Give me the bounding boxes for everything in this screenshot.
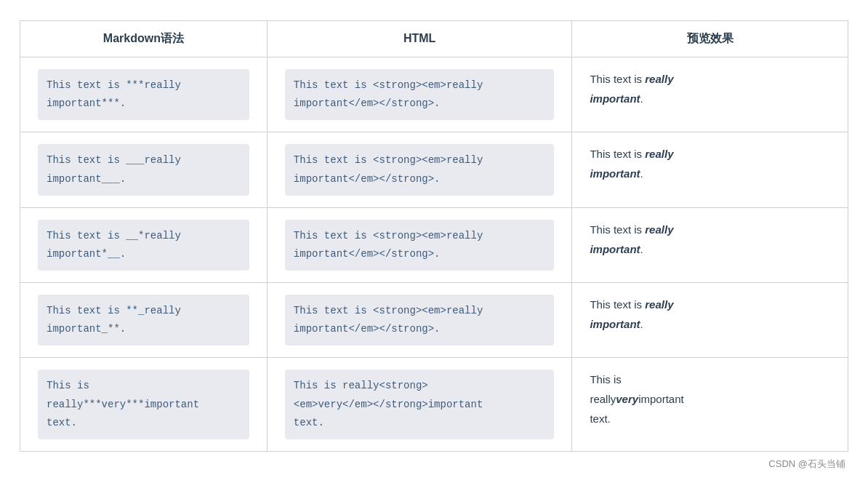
preview-content: This text is reallyimportant. [590,220,830,259]
preview-cell: This text is reallyimportant. [572,207,848,282]
html-code: This text is <strong><em>reallyimportant… [285,220,555,271]
table-row: This isreally***very***importanttext. Th… [20,358,848,452]
preview-content: This text is reallyimportant. [590,144,830,183]
preview-content: This text is reallyimportant. [590,295,830,334]
html-cell: This is really<strong><em>very</em></str… [267,358,572,452]
markdown-code: This text is ***reallyimportant***. [38,69,249,120]
html-cell: This text is <strong><em>reallyimportant… [267,283,572,358]
table-row: This text is __*reallyimportant*__. This… [20,207,848,282]
table-row: This text is ***reallyimportant***. This… [20,57,848,132]
markdown-cell: This text is __*reallyimportant*__. [20,207,268,282]
html-code: This text is <strong><em>reallyimportant… [285,144,555,195]
html-cell: This text is <strong><em>reallyimportant… [267,132,572,207]
col-header-preview: 预览效果 [572,20,848,57]
preview-content: This isreallyveryimportanttext. [590,370,830,428]
markdown-cell: This text is **_reallyimportant_**. [20,283,268,358]
markdown-cell: This text is ***reallyimportant***. [20,57,268,132]
preview-cell: This text is reallyimportant. [572,57,848,132]
html-cell: This text is <strong><em>reallyimportant… [267,57,572,132]
preview-content: This text is reallyimportant. [590,69,830,108]
preview-cell: This text is reallyimportant. [572,283,848,358]
html-cell: This text is <strong><em>reallyimportant… [267,207,572,282]
html-code: This is really<strong><em>very</em></str… [285,370,555,439]
markdown-code: This text is __*reallyimportant*__. [38,220,249,271]
table-row: This text is **_reallyimportant_**. This… [20,283,848,358]
markdown-cell: This isreally***very***importanttext. [20,358,268,452]
markdown-cell: This text is ___reallyimportant___. [20,132,268,207]
main-table: Markdown语法 HTML 预览效果 This text is ***rea… [20,20,848,452]
html-code: This text is <strong><em>reallyimportant… [285,69,555,120]
markdown-code: This isreally***very***importanttext. [38,370,249,439]
html-code: This text is <strong><em>reallyimportant… [285,295,555,346]
col-header-html: HTML [267,20,572,57]
markdown-code: This text is **_reallyimportant_**. [38,295,249,346]
footer-attribution: CSDN @石头当铺 [20,458,848,471]
col-header-markdown: Markdown语法 [20,20,268,57]
preview-cell: This text is reallyimportant. [572,132,848,207]
preview-cell: This isreallyveryimportanttext. [572,358,848,452]
markdown-code: This text is ___reallyimportant___. [38,144,249,195]
table-row: This text is ___reallyimportant___. This… [20,132,848,207]
